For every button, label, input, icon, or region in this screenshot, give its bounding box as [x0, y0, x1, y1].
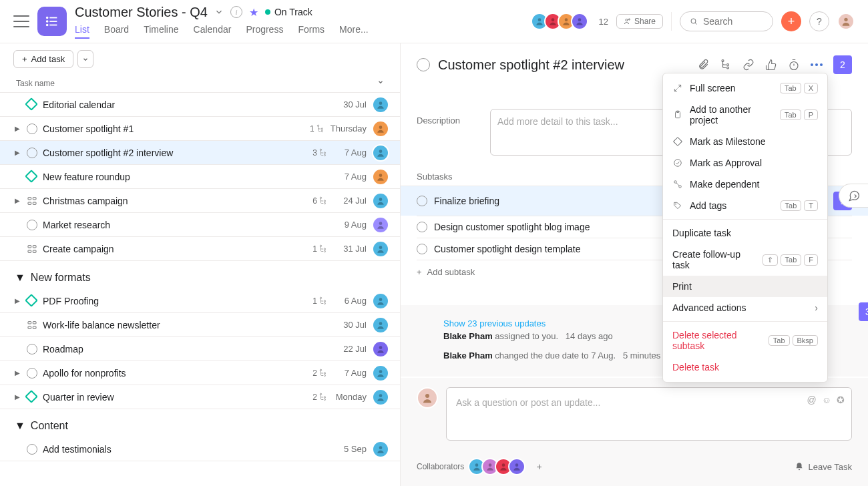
- chevron-down-icon[interactable]: [377, 79, 384, 88]
- expand-arrow-icon[interactable]: ▶: [15, 125, 21, 132]
- task-row[interactable]: ▶Quarter in review2 Monday: [0, 385, 400, 409]
- assignee-avatar[interactable]: [372, 240, 389, 258]
- tab-progress[interactable]: Progress: [246, 24, 283, 39]
- attachment-icon[interactable]: [697, 59, 709, 71]
- svg-rect-34: [28, 245, 31, 247]
- more-actions-icon[interactable]: [811, 59, 823, 71]
- check-circle-icon[interactable]: [417, 222, 427, 232]
- menu-add-tags[interactable]: Add tagsTabT: [663, 195, 827, 216]
- task-row[interactable]: ▶PDF Proofing1 6 Aug: [0, 289, 400, 313]
- complete-task-checkbox[interactable]: [417, 58, 430, 71]
- task-row[interactable]: Market research9 Aug: [0, 213, 400, 237]
- task-row[interactable]: ▶Customer spotlight #11 Thursday: [0, 117, 400, 141]
- menu-delete-task[interactable]: Delete task: [663, 356, 827, 378]
- check-circle-icon[interactable]: [27, 344, 37, 354]
- menu-make-dependent[interactable]: Make dependent: [663, 174, 827, 195]
- task-row[interactable]: Work-life balance newsletter30 Jul: [0, 313, 400, 337]
- task-row[interactable]: Roadmap22 Jul: [0, 337, 400, 361]
- status-text[interactable]: On Track: [274, 7, 312, 17]
- collaborator-avatars[interactable]: [472, 458, 525, 475]
- assignee-avatar[interactable]: [372, 316, 389, 334]
- menu-delete-selected-subtask[interactable]: Delete selected subtaskTabBksp: [663, 324, 827, 356]
- check-circle-icon[interactable]: [27, 148, 37, 158]
- tab-list[interactable]: List: [75, 24, 89, 39]
- comment-input[interactable]: Ask a question or post an update... @ ☺ …: [446, 387, 852, 441]
- leave-task-button[interactable]: Leave Task: [795, 462, 852, 472]
- assignee-avatar[interactable]: [372, 389, 389, 406]
- expand-arrow-icon[interactable]: ▶: [15, 197, 21, 204]
- expand-arrow-icon[interactable]: ▶: [15, 393, 21, 401]
- collaborator-avatar[interactable]: [508, 458, 525, 475]
- assignee-avatar[interactable]: [372, 168, 389, 186]
- expand-arrow-icon[interactable]: ▶: [15, 297, 21, 304]
- assignee-avatar[interactable]: [372, 192, 389, 210]
- check-circle-icon[interactable]: [27, 444, 37, 455]
- expand-arrow-icon[interactable]: ▶: [15, 369, 21, 377]
- tab-board[interactable]: Board: [104, 24, 129, 39]
- check-circle-icon[interactable]: [27, 124, 37, 134]
- tab-more[interactable]: More...: [339, 24, 369, 39]
- assignee-avatar[interactable]: [372, 96, 389, 113]
- project-title[interactable]: Customer Stories - Q4: [75, 5, 208, 20]
- assignee-avatar[interactable]: [372, 120, 389, 138]
- task-row[interactable]: ▶Customer spotlight #2 interview3 7 Aug: [0, 141, 400, 165]
- assignee-avatar[interactable]: [372, 441, 389, 458]
- task-row[interactable]: Create campaign1 31 Jul: [0, 237, 400, 261]
- menu-print[interactable]: Print: [663, 276, 827, 297]
- add-task-button[interactable]: + Add task: [13, 50, 73, 68]
- add-task-dropdown[interactable]: [77, 50, 93, 68]
- assignee-avatar[interactable]: [372, 144, 389, 162]
- global-add-button[interactable]: +: [781, 11, 801, 31]
- task-row[interactable]: Editorial calendar30 Jul: [0, 93, 400, 117]
- task-row[interactable]: Add testimonials5 Sep: [0, 437, 400, 461]
- subtask-icon[interactable]: [720, 59, 732, 71]
- assignee-avatar[interactable]: [372, 292, 389, 310]
- hamburger-menu[interactable]: [13, 15, 29, 27]
- tab-timeline[interactable]: Timeline: [144, 24, 178, 39]
- menu-advanced-actions[interactable]: Advanced actions›: [663, 297, 827, 318]
- menu-full-screen[interactable]: Full screenTabX: [663, 77, 827, 99]
- help-button[interactable]: ?: [809, 11, 829, 31]
- mention-icon[interactable]: @: [807, 395, 816, 405]
- task-row[interactable]: ▶Christmas campaign6 24 Jul: [0, 189, 400, 213]
- assignee-avatar[interactable]: [372, 216, 389, 234]
- emoji-icon[interactable]: ☺: [822, 395, 831, 405]
- member-avatars[interactable]: [535, 13, 588, 30]
- section-header[interactable]: ▼New formats: [0, 261, 400, 289]
- tab-forms[interactable]: Forms: [298, 24, 324, 39]
- info-icon[interactable]: i: [230, 6, 242, 18]
- menu-duplicate-task[interactable]: Duplicate task: [663, 222, 827, 244]
- chevron-down-icon[interactable]: [214, 7, 224, 17]
- show-previous-updates[interactable]: Show 23 previous updates: [443, 318, 613, 328]
- like-icon[interactable]: [765, 59, 777, 71]
- add-collaborator-button[interactable]: +: [536, 461, 541, 472]
- share-button[interactable]: Share: [616, 14, 663, 29]
- task-row[interactable]: New feature roundup7 Aug: [0, 165, 400, 189]
- menu-mark-as-approval[interactable]: Mark as Approval: [663, 152, 827, 174]
- menu-label: Print: [672, 281, 818, 292]
- check-circle-icon[interactable]: [417, 196, 427, 206]
- check-circle-icon[interactable]: [27, 368, 37, 379]
- comments-drawer-icon[interactable]: [839, 184, 868, 208]
- menu-mark-as-milestone[interactable]: Mark as Milestone: [663, 131, 827, 152]
- check-circle-icon[interactable]: [27, 220, 37, 230]
- user-avatar[interactable]: [837, 13, 855, 30]
- star-icon[interactable]: ★: [249, 6, 258, 19]
- task-title[interactable]: Customer spotlight #2 interview: [438, 57, 689, 73]
- assignee-avatar[interactable]: [372, 364, 389, 382]
- task-date: 9 Aug: [333, 220, 367, 230]
- assignee-avatar[interactable]: [372, 340, 389, 358]
- check-circle-icon[interactable]: [417, 244, 427, 254]
- menu-add-to-another-project[interactable]: Add to another projectTabP: [663, 99, 827, 131]
- link-icon[interactable]: [742, 59, 754, 71]
- member-avatar[interactable]: [571, 13, 588, 30]
- menu-create-follow-up-task[interactable]: Create follow-up task⇧TabF: [663, 244, 827, 276]
- tab-calendar[interactable]: Calendar: [194, 24, 232, 39]
- expand-arrow-icon[interactable]: ▶: [15, 149, 21, 156]
- section-header[interactable]: ▼Content: [0, 409, 400, 437]
- search-input[interactable]: [703, 16, 763, 27]
- task-row[interactable]: ▶Apollo for nonprofits2 7 Aug: [0, 361, 400, 385]
- search-box[interactable]: [680, 11, 773, 31]
- star-badge-icon[interactable]: ✪: [837, 395, 845, 405]
- timer-icon[interactable]: [788, 59, 800, 71]
